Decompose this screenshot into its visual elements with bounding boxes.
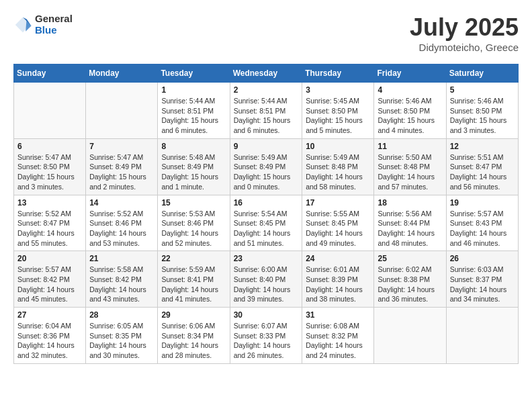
day-number: 17 bbox=[306, 198, 370, 208]
page-header: General Blue July 2025 Didymoteicho, Gre… bbox=[13, 13, 519, 53]
calendar-day-cell: 3Sunrise: 5:45 AM Sunset: 8:50 PM Daylig… bbox=[302, 83, 374, 139]
day-info: Sunrise: 5:47 AM Sunset: 8:50 PM Dayligh… bbox=[17, 152, 82, 192]
calendar-day-cell: 4Sunrise: 5:46 AM Sunset: 8:50 PM Daylig… bbox=[374, 83, 446, 139]
calendar-day-cell: 15Sunrise: 5:53 AM Sunset: 8:46 PM Dayli… bbox=[158, 195, 230, 251]
day-number: 27 bbox=[17, 310, 82, 320]
calendar-weekday-header: Saturday bbox=[446, 64, 518, 83]
logo-text: General Blue bbox=[35, 13, 73, 36]
day-number: 20 bbox=[17, 254, 82, 263]
day-info: Sunrise: 5:52 AM Sunset: 8:46 PM Dayligh… bbox=[89, 209, 154, 248]
day-info: Sunrise: 5:54 AM Sunset: 8:45 PM Dayligh… bbox=[234, 209, 299, 248]
day-number: 23 bbox=[234, 254, 299, 263]
day-number: 21 bbox=[89, 254, 154, 263]
day-info: Sunrise: 6:07 AM Sunset: 8:33 PM Dayligh… bbox=[234, 321, 299, 361]
calendar-day-cell: 2Sunrise: 5:44 AM Sunset: 8:51 PM Daylig… bbox=[230, 83, 302, 139]
day-number: 18 bbox=[378, 198, 442, 208]
logo-icon bbox=[13, 15, 32, 34]
day-number: 2 bbox=[234, 85, 299, 95]
day-info: Sunrise: 5:55 AM Sunset: 8:45 PM Dayligh… bbox=[306, 209, 370, 248]
day-number: 31 bbox=[306, 310, 370, 320]
day-number: 15 bbox=[161, 198, 226, 208]
calendar-day-cell: 19Sunrise: 5:57 AM Sunset: 8:43 PM Dayli… bbox=[446, 195, 518, 251]
calendar-week-row: 1Sunrise: 5:44 AM Sunset: 8:51 PM Daylig… bbox=[14, 83, 519, 139]
day-info: Sunrise: 5:46 AM Sunset: 8:50 PM Dayligh… bbox=[378, 96, 442, 136]
calendar-day-cell: 23Sunrise: 6:00 AM Sunset: 8:40 PM Dayli… bbox=[230, 251, 302, 308]
day-info: Sunrise: 6:06 AM Sunset: 8:34 PM Dayligh… bbox=[161, 321, 226, 361]
calendar-day-cell bbox=[14, 83, 86, 139]
calendar-day-cell: 12Sunrise: 5:51 AM Sunset: 8:47 PM Dayli… bbox=[446, 138, 518, 195]
day-number: 24 bbox=[306, 254, 370, 263]
calendar-weekday-header: Sunday bbox=[14, 64, 86, 83]
calendar-day-cell: 17Sunrise: 5:55 AM Sunset: 8:45 PM Dayli… bbox=[302, 195, 374, 251]
day-info: Sunrise: 5:45 AM Sunset: 8:50 PM Dayligh… bbox=[306, 96, 370, 136]
day-number: 29 bbox=[161, 310, 226, 320]
calendar-day-cell: 22Sunrise: 5:59 AM Sunset: 8:41 PM Dayli… bbox=[158, 251, 230, 308]
calendar-day-cell: 7Sunrise: 5:47 AM Sunset: 8:49 PM Daylig… bbox=[86, 138, 158, 195]
day-info: Sunrise: 5:46 AM Sunset: 8:50 PM Dayligh… bbox=[450, 96, 515, 136]
day-number: 26 bbox=[450, 254, 515, 263]
calendar-weekday-header: Friday bbox=[374, 64, 446, 83]
calendar-table: SundayMondayTuesdayWednesdayThursdayFrid… bbox=[13, 64, 519, 364]
calendar-weekday-header: Monday bbox=[86, 64, 158, 83]
day-info: Sunrise: 5:56 AM Sunset: 8:44 PM Dayligh… bbox=[378, 209, 442, 248]
day-number: 30 bbox=[234, 310, 299, 320]
day-number: 12 bbox=[450, 142, 515, 151]
calendar-week-row: 27Sunrise: 6:04 AM Sunset: 8:36 PM Dayli… bbox=[14, 308, 519, 364]
logo-blue: Blue bbox=[35, 25, 73, 36]
day-info: Sunrise: 6:01 AM Sunset: 8:39 PM Dayligh… bbox=[306, 265, 370, 304]
calendar-day-cell: 29Sunrise: 6:06 AM Sunset: 8:34 PM Dayli… bbox=[158, 308, 230, 364]
day-number: 6 bbox=[17, 142, 82, 151]
calendar-day-cell: 31Sunrise: 6:08 AM Sunset: 8:32 PM Dayli… bbox=[302, 308, 374, 364]
day-number: 14 bbox=[89, 198, 154, 208]
day-info: Sunrise: 6:05 AM Sunset: 8:35 PM Dayligh… bbox=[89, 321, 154, 361]
calendar-day-cell: 30Sunrise: 6:07 AM Sunset: 8:33 PM Dayli… bbox=[230, 308, 302, 364]
day-number: 19 bbox=[450, 198, 515, 208]
calendar-day-cell: 24Sunrise: 6:01 AM Sunset: 8:39 PM Dayli… bbox=[302, 251, 374, 308]
calendar-day-cell: 25Sunrise: 6:02 AM Sunset: 8:38 PM Dayli… bbox=[374, 251, 446, 308]
calendar-day-cell: 27Sunrise: 6:04 AM Sunset: 8:36 PM Dayli… bbox=[14, 308, 86, 364]
location-subtitle: Didymoteicho, Greece bbox=[410, 42, 519, 53]
day-info: Sunrise: 6:02 AM Sunset: 8:38 PM Dayligh… bbox=[378, 265, 442, 304]
calendar-week-row: 20Sunrise: 5:57 AM Sunset: 8:42 PM Dayli… bbox=[14, 251, 519, 308]
day-info: Sunrise: 5:59 AM Sunset: 8:41 PM Dayligh… bbox=[161, 265, 226, 304]
svg-marker-1 bbox=[26, 19, 31, 31]
calendar-day-cell: 11Sunrise: 5:50 AM Sunset: 8:48 PM Dayli… bbox=[374, 138, 446, 195]
calendar-day-cell: 10Sunrise: 5:49 AM Sunset: 8:48 PM Dayli… bbox=[302, 138, 374, 195]
calendar-day-cell bbox=[374, 308, 446, 364]
day-number: 8 bbox=[161, 142, 226, 151]
calendar-week-row: 13Sunrise: 5:52 AM Sunset: 8:47 PM Dayli… bbox=[14, 195, 519, 251]
day-number: 10 bbox=[306, 142, 370, 151]
day-info: Sunrise: 6:00 AM Sunset: 8:40 PM Dayligh… bbox=[234, 265, 299, 304]
calendar-week-row: 6Sunrise: 5:47 AM Sunset: 8:50 PM Daylig… bbox=[14, 138, 519, 195]
day-info: Sunrise: 5:53 AM Sunset: 8:46 PM Dayligh… bbox=[161, 209, 226, 248]
calendar-day-cell: 14Sunrise: 5:52 AM Sunset: 8:46 PM Dayli… bbox=[86, 195, 158, 251]
day-info: Sunrise: 5:51 AM Sunset: 8:47 PM Dayligh… bbox=[450, 152, 515, 192]
calendar-day-cell bbox=[86, 83, 158, 139]
day-info: Sunrise: 5:44 AM Sunset: 8:51 PM Dayligh… bbox=[161, 96, 226, 136]
day-info: Sunrise: 5:57 AM Sunset: 8:42 PM Dayligh… bbox=[17, 265, 82, 304]
logo: General Blue bbox=[13, 13, 73, 36]
day-number: 7 bbox=[89, 142, 154, 151]
day-info: Sunrise: 5:47 AM Sunset: 8:49 PM Dayligh… bbox=[89, 152, 154, 192]
day-number: 3 bbox=[306, 85, 370, 95]
day-number: 13 bbox=[17, 198, 82, 208]
title-block: July 2025 Didymoteicho, Greece bbox=[410, 13, 519, 53]
calendar-day-cell: 5Sunrise: 5:46 AM Sunset: 8:50 PM Daylig… bbox=[446, 83, 518, 139]
day-info: Sunrise: 5:57 AM Sunset: 8:43 PM Dayligh… bbox=[450, 209, 515, 248]
day-number: 11 bbox=[378, 142, 442, 151]
day-info: Sunrise: 5:44 AM Sunset: 8:51 PM Dayligh… bbox=[234, 96, 299, 136]
day-number: 25 bbox=[378, 254, 442, 263]
day-number: 4 bbox=[378, 85, 442, 95]
calendar-weekday-header: Wednesday bbox=[230, 64, 302, 83]
day-number: 28 bbox=[89, 310, 154, 320]
day-info: Sunrise: 5:49 AM Sunset: 8:49 PM Dayligh… bbox=[234, 152, 299, 192]
day-info: Sunrise: 5:58 AM Sunset: 8:42 PM Dayligh… bbox=[89, 265, 154, 304]
day-number: 1 bbox=[161, 85, 226, 95]
day-info: Sunrise: 5:48 AM Sunset: 8:49 PM Dayligh… bbox=[161, 152, 226, 192]
day-info: Sunrise: 6:08 AM Sunset: 8:32 PM Dayligh… bbox=[306, 321, 370, 361]
calendar-day-cell: 13Sunrise: 5:52 AM Sunset: 8:47 PM Dayli… bbox=[14, 195, 86, 251]
calendar-day-cell: 16Sunrise: 5:54 AM Sunset: 8:45 PM Dayli… bbox=[230, 195, 302, 251]
calendar-day-cell: 20Sunrise: 5:57 AM Sunset: 8:42 PM Dayli… bbox=[14, 251, 86, 308]
calendar-weekday-header: Thursday bbox=[302, 64, 374, 83]
calendar-weekday-header: Tuesday bbox=[158, 64, 230, 83]
